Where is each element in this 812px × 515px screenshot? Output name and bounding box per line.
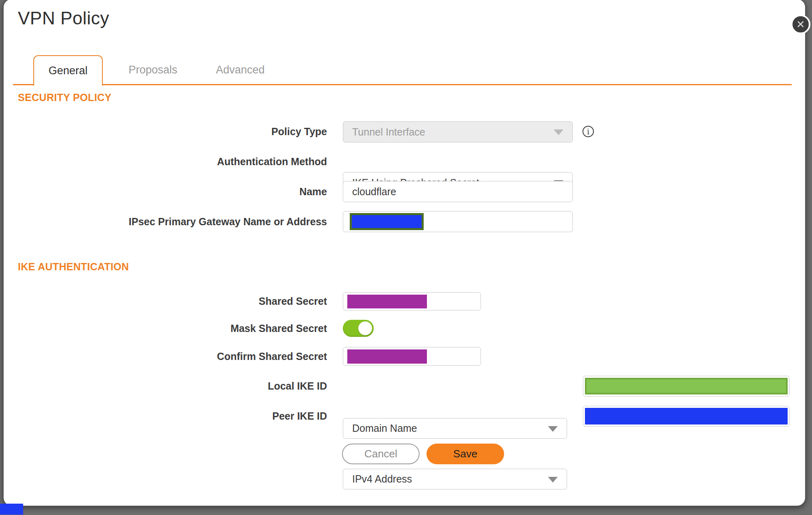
- authentication-method-label: Authentication Method: [4, 151, 327, 172]
- save-button-label: Save: [453, 448, 477, 460]
- dropdown-arrow-icon: [554, 129, 563, 135]
- ipsec-gateway-redaction: [350, 213, 424, 230]
- peer-ike-id-select[interactable]: IPv4 Address: [343, 469, 567, 489]
- ipsec-gateway-input[interactable]: [343, 211, 573, 232]
- local-ike-id-redaction: [585, 378, 788, 394]
- cancel-button-label: Cancel: [364, 448, 397, 460]
- background-redaction-block: [0, 504, 23, 515]
- toggle-knob: [358, 321, 372, 335]
- ike-authentication-heading: IKE AUTHENTICATION: [18, 261, 129, 273]
- peer-ike-id-value: IPv4 Address: [352, 473, 412, 485]
- dialog-title: VPN Policy: [18, 8, 109, 28]
- dropdown-arrow-icon: [548, 426, 558, 432]
- tab-proposals[interactable]: Proposals: [119, 55, 186, 84]
- mask-shared-secret-label: Mask Shared Secret: [4, 320, 327, 337]
- peer-ike-id-value-input[interactable]: [583, 406, 790, 427]
- policy-type-value: Tunnel Interface: [352, 126, 425, 138]
- name-input[interactable]: [343, 181, 573, 202]
- peer-ike-id-label: Peer IKE ID: [4, 406, 327, 427]
- shared-secret-redaction: [347, 295, 427, 308]
- mask-shared-secret-toggle[interactable]: [343, 320, 374, 337]
- ipsec-gateway-label: IPsec Primary Gateway Name or Address: [4, 211, 327, 232]
- cancel-button[interactable]: Cancel: [342, 444, 420, 464]
- policy-type-select: Tunnel Interface: [343, 121, 573, 142]
- local-ike-id-value: Domain Name: [352, 422, 417, 434]
- confirm-shared-secret-input[interactable]: [343, 347, 481, 366]
- tab-general[interactable]: General: [33, 55, 103, 86]
- tab-advanced[interactable]: Advanced: [207, 55, 274, 84]
- dropdown-arrow-icon: [548, 477, 558, 483]
- tab-advanced-label: Advanced: [216, 64, 264, 76]
- info-icon[interactable]: i: [582, 126, 594, 137]
- vpn-policy-dialog: VPN Policy General Proposals Advanced SE…: [3, 0, 806, 506]
- policy-type-label: Policy Type: [4, 121, 327, 142]
- security-policy-heading: SECURITY POLICY: [18, 92, 111, 103]
- shared-secret-input[interactable]: [343, 292, 481, 310]
- close-button[interactable]: ✕: [791, 15, 810, 34]
- tab-proposals-label: Proposals: [128, 64, 177, 76]
- name-label: Name: [4, 181, 327, 202]
- save-button[interactable]: Save: [427, 444, 504, 464]
- shared-secret-label: Shared Secret: [4, 292, 327, 310]
- close-icon: ✕: [796, 18, 805, 31]
- confirm-shared-secret-label: Confirm Shared Secret: [4, 347, 327, 366]
- peer-ike-id-redaction: [585, 408, 788, 424]
- confirm-shared-secret-redaction: [347, 349, 427, 364]
- local-ike-id-select[interactable]: Domain Name: [343, 418, 567, 439]
- tab-general-label: General: [48, 65, 87, 77]
- local-ike-id-label: Local IKE ID: [4, 376, 327, 396]
- local-ike-id-value-input[interactable]: [583, 376, 790, 396]
- page-background: VPN Policy General Proposals Advanced SE…: [0, 0, 812, 515]
